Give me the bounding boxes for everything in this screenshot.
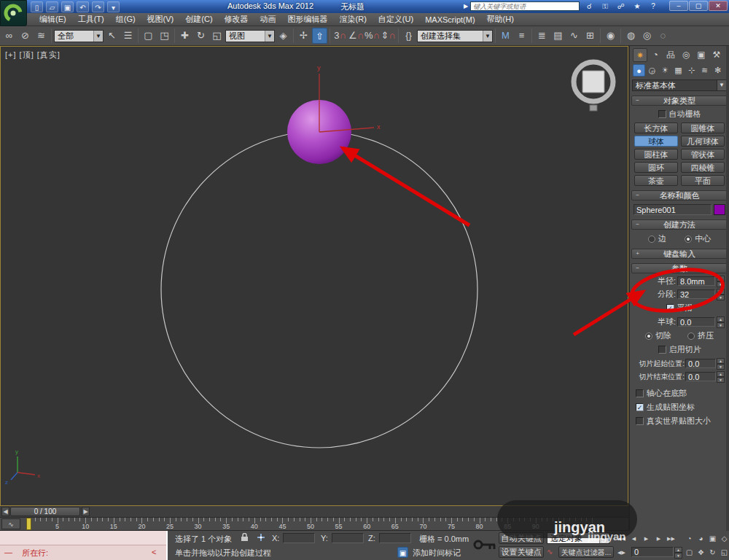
segments-field[interactable]: 32 (677, 289, 715, 299)
tab-create-icon[interactable]: ✷ (633, 48, 647, 62)
rollout-object-type[interactable]: − 对象类型 (631, 96, 728, 106)
next-frame-icon[interactable]: ▶ (653, 533, 664, 544)
search-icon[interactable]: ☌ (583, 1, 595, 11)
zoom-extents-icon[interactable]: ▣ (707, 533, 718, 544)
select-by-name-icon[interactable]: ☰ (120, 28, 136, 44)
set-keys-icon[interactable] (472, 535, 497, 556)
key-filter-selected-dropdown[interactable]: 选定对象▼ (547, 532, 609, 544)
menu-item[interactable]: 动画 (254, 14, 282, 25)
named-selection-sets-icon[interactable]: {} (401, 28, 416, 44)
tab-modify-icon[interactable]: ◔ (648, 48, 663, 62)
object-type-button[interactable]: 四棱锥 (681, 162, 725, 173)
new-key-curve-icon[interactable]: ∿ (547, 548, 553, 556)
menu-item[interactable]: 工具(T) (72, 14, 110, 25)
add-time-tag[interactable]: 添加时间标记 (413, 548, 461, 559)
maximize-button[interactable]: ▢ (689, 1, 708, 11)
enable-slice-checkbox[interactable] (658, 346, 666, 354)
save-file-icon[interactable]: ▣ (61, 1, 74, 12)
mapping-coords-checkbox[interactable]: ✓ (636, 403, 644, 411)
previous-frame-icon[interactable]: ◀ (628, 533, 639, 544)
circle-spline[interactable] (161, 131, 477, 448)
chop-radio[interactable]: 切除 (645, 330, 671, 341)
set-key-button[interactable]: 设置关键点 (499, 546, 544, 558)
category-cameras-icon[interactable]: ▦ (672, 64, 685, 77)
orbit-icon[interactable]: ↻ (707, 547, 718, 558)
window-crossing-icon[interactable]: ◳ (157, 28, 172, 44)
absolute-mode-icon[interactable] (255, 533, 266, 544)
tab-utilities-icon[interactable]: ⚒ (709, 48, 724, 62)
object-type-button[interactable]: 圆柱体 (634, 149, 678, 160)
key-filters-button[interactable]: 关键点过滤器... (558, 546, 614, 558)
bind-to-spacewarp-icon[interactable]: ≋ (34, 28, 49, 44)
schematic-view-icon[interactable]: ⊞ (582, 28, 598, 44)
viewport-top[interactable]: y x y x z [+] [顶] [真实] (0, 46, 628, 506)
radius-spinner[interactable]: ▲▼ (717, 276, 725, 287)
smooth-checkbox[interactable]: ✓ (666, 304, 674, 312)
slice-from-field[interactable]: 0.0 (685, 359, 716, 368)
object-type-button[interactable]: 几何球体 (681, 136, 725, 147)
menu-item[interactable]: MAXScript(M) (419, 15, 480, 24)
primitive-category-dropdown[interactable]: 标准基本体▼ (632, 79, 727, 91)
squash-radio[interactable]: 挤压 (687, 330, 714, 341)
tab-display-icon[interactable]: ▣ (694, 48, 709, 62)
reference-coordinate-dropdown[interactable]: 视图▼ (225, 30, 275, 42)
object-type-button[interactable]: 茶壶 (634, 175, 678, 186)
search-input[interactable] (470, 1, 580, 11)
viewport-menu-general[interactable]: [+] (5, 50, 17, 59)
go-to-end-icon[interactable]: ▶▶ (666, 533, 677, 544)
spinner-snap-icon[interactable]: ⇕∩ (381, 28, 396, 44)
menu-item[interactable]: 渲染(R) (334, 14, 373, 25)
object-type-button[interactable]: 管状体 (681, 149, 725, 160)
chevron-down-icon[interactable]: ▼ (483, 31, 492, 42)
maximize-viewport-icon[interactable]: ◱ (719, 547, 729, 558)
category-helpers-icon[interactable]: ⊹ (685, 64, 698, 77)
chevron-down-icon[interactable]: ▼ (265, 31, 274, 42)
zoom-all-icon[interactable]: ◕ (695, 533, 706, 544)
keyboard-override-toggle-icon[interactable]: ⇧ (312, 28, 327, 44)
category-lights-icon[interactable]: ☀ (659, 64, 671, 77)
select-object-icon[interactable]: ↖ (104, 28, 120, 44)
graphite-ribbon-icon[interactable]: ▤ (550, 28, 566, 44)
play-animation-icon[interactable]: ▶ (641, 533, 652, 544)
rollout-creation-method[interactable]: − 创建方法 (631, 219, 728, 230)
collapse-icon[interactable]: − (634, 192, 641, 199)
collapse-icon[interactable]: − (634, 222, 641, 228)
rect-selection-region-icon[interactable]: ▢ (141, 28, 156, 44)
tab-hierarchy-icon[interactable]: 品 (663, 48, 678, 62)
select-and-move-icon[interactable]: ✚ (177, 28, 192, 44)
rollout-parameters[interactable]: − 参数 (631, 263, 728, 273)
select-and-manipulate-icon[interactable]: ✢ (296, 28, 311, 44)
maxscript-mini-listener[interactable]: — 所在行: < (0, 531, 168, 560)
zoom-icon[interactable]: ◔ (684, 533, 695, 544)
viewport-menu-pov[interactable]: [顶] (20, 50, 34, 59)
rendered-frame-window-icon[interactable]: ◎ (639, 28, 655, 44)
align-icon[interactable]: ≡ (514, 28, 529, 44)
rollout-name-color[interactable]: − 名称和颜色 (631, 190, 728, 201)
time-slider-handle[interactable]: 0 / 100 (10, 507, 80, 516)
undo-icon[interactable]: ↶ (77, 1, 89, 12)
hemisphere-field[interactable]: 0.0 (677, 317, 715, 327)
angle-snap-icon[interactable]: ∠∩ (348, 28, 364, 44)
select-and-scale-icon[interactable]: ◱ (209, 28, 225, 44)
menu-item[interactable]: 视图(V) (141, 14, 180, 25)
rollout-keyboard-entry[interactable]: + 键盘输入 (631, 249, 728, 259)
object-color-swatch[interactable] (714, 204, 725, 215)
time-back-arrow[interactable]: ◀ (1, 507, 9, 516)
collapse-icon[interactable]: − (634, 265, 641, 272)
base-to-pivot-checkbox[interactable] (636, 389, 644, 397)
percent-snap-icon[interactable]: %∩ (364, 28, 380, 44)
category-spacewarps-icon[interactable]: ≋ (698, 64, 711, 77)
help-icon[interactable]: ? (647, 1, 659, 11)
unlink-selection-icon[interactable]: ⊘ (17, 28, 33, 44)
autogrid-checkbox[interactable] (658, 110, 666, 118)
curve-editor-icon[interactable]: ∿ (566, 28, 582, 44)
qat-customize-icon[interactable]: ▾ (107, 1, 120, 12)
redo-icon[interactable]: ↷ (92, 1, 104, 12)
zoom-region-icon[interactable]: ▢ (684, 547, 695, 558)
new-file-icon[interactable]: ▯ (31, 1, 43, 12)
minimize-button[interactable]: ‒ (669, 1, 688, 11)
communication-center-icon[interactable]: ☍ (615, 1, 627, 11)
slice-to-field[interactable]: 0.0 (685, 372, 716, 381)
favorites-star-icon[interactable]: ★ (631, 1, 643, 11)
slice-to-spinner[interactable]: ▲▼ (717, 371, 725, 382)
